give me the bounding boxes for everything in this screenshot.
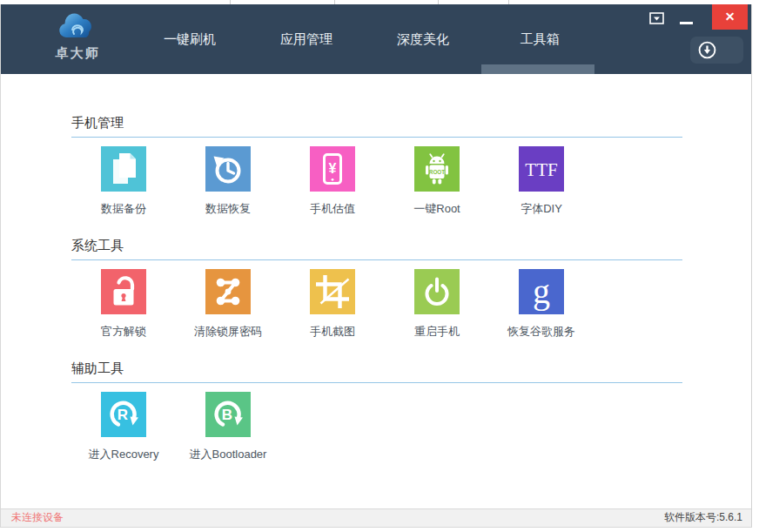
device-status-text: 未连接设备 — [11, 509, 64, 526]
recovery-circle-arrow-icon: R — [101, 392, 146, 437]
tool-item-label: 手机截图 — [310, 324, 355, 339]
nav-tab-toolbox[interactable]: 工具箱 — [481, 4, 598, 74]
tool-item-label: 官方解锁 — [101, 324, 146, 339]
tool-item-label: 手机估值 — [310, 201, 355, 216]
nav-tab-beautify[interactable]: 深度美化 — [365, 4, 481, 74]
svg-text:R: R — [118, 407, 128, 423]
menu-dropdown-button[interactable] — [649, 11, 665, 25]
status-bar: 未连接设备 软件版本号:5.6.1 — [1, 508, 751, 527]
tool-row: 官方解锁 清除锁屏密码 — [71, 269, 682, 339]
android-root-icon: ROOT — [414, 146, 460, 192]
app-logo-text: 卓大师 — [44, 45, 111, 62]
title-bar: 卓大师 一键刷机 应用管理 深度美化 工具箱 ✕ — [1, 4, 751, 74]
unlock-icon — [101, 269, 146, 314]
toolbox-content: 手机管理 数据备份 — [1, 74, 751, 509]
tool-item-restore-google-services[interactable]: g 恢复谷歌服务 — [489, 269, 594, 339]
app-logo: 卓大师 — [44, 10, 111, 62]
tool-row: 数据备份 数据恢复 — [71, 146, 682, 216]
tool-item-label: 恢复谷歌服务 — [507, 324, 575, 339]
tool-item-data-recovery[interactable]: 数据恢复 — [176, 146, 280, 216]
nav-tab-apps[interactable]: 应用管理 — [248, 4, 365, 74]
tool-item-label: 一键Root — [413, 201, 460, 216]
download-center-button[interactable] — [690, 37, 743, 64]
tool-item-label: 字体DIY — [521, 201, 562, 216]
tool-item-official-unlock[interactable]: 官方解锁 — [71, 269, 176, 339]
tool-item-phone-screenshot[interactable]: 手机截图 — [280, 269, 385, 339]
svg-text:B: B — [222, 407, 232, 423]
active-tab-indicator — [481, 64, 594, 74]
tool-item-enter-recovery[interactable]: R 进入Recovery — [71, 392, 176, 461]
tool-item-phone-valuation[interactable]: ¥ 手机估值 — [280, 146, 385, 216]
tool-item-label: 进入Recovery — [89, 447, 159, 461]
crop-screenshot-icon — [310, 269, 355, 314]
google-g-icon: g — [519, 269, 564, 314]
app-window: 卓大师 一键刷机 应用管理 深度美化 工具箱 ✕ — [0, 4, 752, 528]
section-phone-management: 手机管理 数据备份 — [71, 116, 682, 216]
tool-item-one-key-root[interactable]: ROOT 一键Root — [385, 146, 489, 216]
tool-item-restart-phone[interactable]: 重启手机 — [385, 269, 489, 339]
svg-text:TTF: TTF — [525, 159, 557, 180]
power-icon — [414, 269, 460, 314]
nav-tab-toolbox-label: 工具箱 — [521, 31, 560, 46]
download-icon — [697, 40, 717, 60]
section-title: 辅助工具 — [71, 361, 682, 383]
dropdown-box-icon — [649, 11, 665, 25]
close-icon: ✕ — [725, 10, 735, 24]
section-title: 手机管理 — [71, 116, 682, 138]
tool-item-label: 数据恢复 — [205, 201, 251, 216]
svg-text:g: g — [533, 272, 550, 311]
cloud-logo-icon — [55, 10, 100, 45]
version-text: 软件版本号:5.6.1 — [664, 509, 742, 526]
phone-yuan-icon: ¥ — [310, 146, 355, 192]
svg-text:ROOT: ROOT — [429, 169, 446, 175]
main-nav: 一键刷机 应用管理 深度美化 工具箱 — [131, 4, 598, 74]
tool-item-label: 数据备份 — [101, 201, 146, 216]
time-machine-icon — [205, 146, 251, 192]
tool-item-label: 重启手机 — [414, 324, 460, 339]
section-auxiliary-tools: 辅助工具 R 进入Recovery — [71, 361, 682, 461]
tool-item-enter-bootloader[interactable]: B 进入Bootloader — [176, 392, 280, 461]
svg-text:¥: ¥ — [329, 161, 337, 176]
section-title: 系统工具 — [71, 239, 682, 260]
tool-item-font-diy[interactable]: TTF 字体DIY — [489, 146, 594, 216]
tool-item-label: 清除锁屏密码 — [194, 324, 262, 339]
tool-item-data-backup[interactable]: 数据备份 — [71, 146, 176, 216]
pattern-lock-icon — [205, 269, 251, 314]
tool-item-clear-lockscreen-password[interactable]: 清除锁屏密码 — [176, 269, 280, 339]
minimize-button[interactable] — [680, 22, 693, 24]
nav-tab-flash[interactable]: 一键刷机 — [131, 4, 248, 74]
bootloader-circle-arrow-icon: B — [205, 392, 251, 437]
tool-row: R 进入Recovery B 进入Bootloader — [71, 392, 682, 461]
section-system-tools: 系统工具 官方解锁 — [71, 239, 682, 339]
backup-documents-icon — [101, 146, 146, 192]
close-button[interactable]: ✕ — [712, 4, 748, 30]
ttf-font-icon: TTF — [519, 146, 564, 192]
tool-item-label: 进入Bootloader — [190, 447, 267, 461]
